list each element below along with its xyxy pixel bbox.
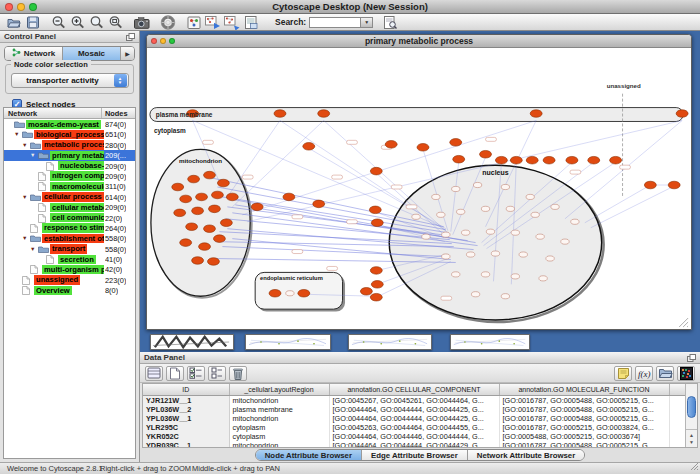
function-builder-icon[interactable]: f(x) (635, 366, 653, 381)
minimized-network-window-3[interactable] (348, 334, 432, 350)
tab-node-attribute-browser[interactable]: Node Attribute Browser (256, 450, 362, 460)
network-node[interactable] (192, 207, 204, 215)
network-node[interactable] (511, 230, 519, 235)
minimize-button[interactable] (17, 3, 25, 11)
close-button[interactable] (5, 3, 13, 11)
import-attributes-icon[interactable] (656, 366, 674, 381)
tree-item-establishment-of-lo[interactable]: ▼establishment of lo558(0) (4, 233, 135, 243)
scrollbar-thumb[interactable] (687, 396, 696, 418)
network-minimize-button[interactable] (160, 38, 166, 44)
network-node[interactable] (371, 281, 383, 289)
network-node[interactable] (676, 110, 688, 118)
zoom-in-icon[interactable] (68, 15, 87, 30)
tree-item-cellular-metabol[interactable]: cellular metabol209(0) (4, 202, 135, 212)
table-row[interactable]: YLR295Ccytoplasm[GO:0045263, GO:0044464,… (143, 423, 685, 432)
column-header[interactable]: annotation.GO MOLECULAR_FUNCTION (499, 384, 669, 395)
tree-expand-arrow-icon[interactable]: ▼ (22, 194, 27, 200)
network-node[interactable] (204, 171, 216, 179)
float-panel-icon[interactable] (687, 354, 696, 362)
tab-edge-attribute-browser[interactable]: Edge Attribute Browser (362, 450, 468, 460)
zoom-fit-icon[interactable] (106, 15, 125, 30)
network-node[interactable] (530, 110, 542, 118)
minimized-network-window-4[interactable] (450, 334, 530, 350)
table-row[interactable]: YDR039C__1mitochondrion[GO:0044464, GO:0… (143, 441, 685, 449)
network-node[interactable] (370, 267, 382, 275)
network-node[interactable] (172, 183, 184, 191)
tree-item-cellular-process[interactable]: ▼cellular process614(0) (4, 192, 135, 202)
network-node[interactable] (422, 234, 430, 239)
tree-expand-arrow-icon[interactable]: ▼ (22, 235, 27, 241)
table-row[interactable]: YKR052Ccytoplasm[GO:0044464, GO:0044446,… (143, 432, 685, 441)
network-node[interactable] (370, 167, 382, 175)
advanced-search-icon[interactable] (380, 15, 399, 30)
network-node[interactable] (501, 294, 509, 299)
network-graph[interactable]: plasma membranecytoplasmmitochondrionnuc… (147, 48, 691, 329)
network-node[interactable] (543, 156, 555, 164)
zoom-button[interactable] (29, 3, 37, 11)
scrollbar-arrows[interactable]: ▲▼ (686, 429, 697, 447)
network-node[interactable] (471, 292, 479, 297)
network-node[interactable] (481, 206, 489, 211)
network-node[interactable] (536, 234, 544, 239)
network-node[interactable] (303, 143, 315, 151)
network-node[interactable] (566, 156, 578, 164)
network-node[interactable] (269, 289, 281, 297)
tree-item-cell-communicat[interactable]: cell communicat22(0) (4, 213, 135, 223)
tree-item-nucleobase-[interactable]: nucleobase-209(0) (4, 161, 135, 171)
network-node[interactable] (432, 194, 440, 199)
network-node[interactable] (461, 230, 469, 235)
search-input[interactable] (309, 17, 361, 28)
network-node[interactable] (204, 225, 216, 233)
network-node[interactable] (546, 256, 554, 261)
network-node[interactable] (442, 232, 450, 237)
network-node[interactable] (226, 193, 238, 201)
network-node[interactable] (196, 193, 208, 201)
network-node[interactable] (174, 209, 186, 217)
network-node[interactable] (511, 274, 519, 279)
tab-network-attribute-browser[interactable]: Network Attribute Browser (468, 450, 585, 460)
attribute-table-icon[interactable] (145, 366, 163, 381)
snapshot-icon[interactable] (132, 15, 151, 30)
tree-expand-arrow-icon[interactable]: ▼ (30, 152, 35, 158)
column-header[interactable]: ID (143, 384, 229, 395)
tree-expand-arrow-icon[interactable]: ▼ (30, 246, 35, 252)
tree-item-response-to-stimul[interactable]: response to stimul264(0) (4, 223, 135, 233)
network-node[interactable] (437, 212, 445, 217)
network-node[interactable] (452, 186, 460, 191)
tree-item-overview[interactable]: Overview8(0) (4, 285, 135, 295)
network-node[interactable] (452, 272, 460, 277)
table-row[interactable]: YPL036W__2plasma membrane[GO:0044464, GO… (143, 405, 685, 414)
minimized-network-window-2[interactable] (245, 334, 331, 350)
network-node[interactable] (208, 258, 220, 266)
network-node[interactable] (526, 194, 534, 199)
network-node[interactable] (495, 156, 507, 164)
network-node[interactable] (370, 293, 382, 301)
network-node[interactable] (539, 276, 547, 281)
network-node[interactable] (644, 181, 656, 189)
network-node[interactable] (561, 239, 569, 244)
zoom-out-icon[interactable] (49, 15, 68, 30)
network-node[interactable] (192, 257, 204, 265)
network-node[interactable] (313, 200, 325, 208)
network-node[interactable] (481, 272, 489, 277)
network-node[interactable] (251, 203, 263, 211)
network-node[interactable] (188, 175, 200, 183)
tree-item-multi-organism-pro[interactable]: multi-organism pro42(0) (4, 264, 135, 274)
network-node[interactable] (369, 206, 381, 214)
table-row[interactable]: YJR121W__1mitochondrion[GO:0045267, GO:0… (143, 395, 685, 405)
tree-item-metabolic-process[interactable]: ▼metabolic process280(0) (4, 140, 135, 150)
attribute-matrix-icon[interactable] (677, 366, 695, 381)
search-dropdown-icon[interactable]: ▼ (361, 17, 373, 28)
table-row[interactable]: YPL036W__1mitochondrion[GO:0044464, GO:0… (143, 414, 685, 423)
minimized-network-window-1[interactable] (150, 334, 234, 350)
network-node[interactable] (213, 235, 225, 243)
network-node[interactable] (442, 254, 450, 259)
help-icon[interactable] (158, 15, 177, 30)
network-node[interactable] (385, 141, 397, 149)
network-node[interactable] (199, 243, 211, 251)
network-node[interactable] (457, 209, 465, 214)
tree-item-biological-process[interactable]: ▼biological_process651(0) (4, 129, 135, 139)
tree-column-network[interactable]: Network (8, 109, 37, 118)
network-node[interactable] (453, 155, 465, 163)
float-panel-icon[interactable] (126, 33, 135, 41)
